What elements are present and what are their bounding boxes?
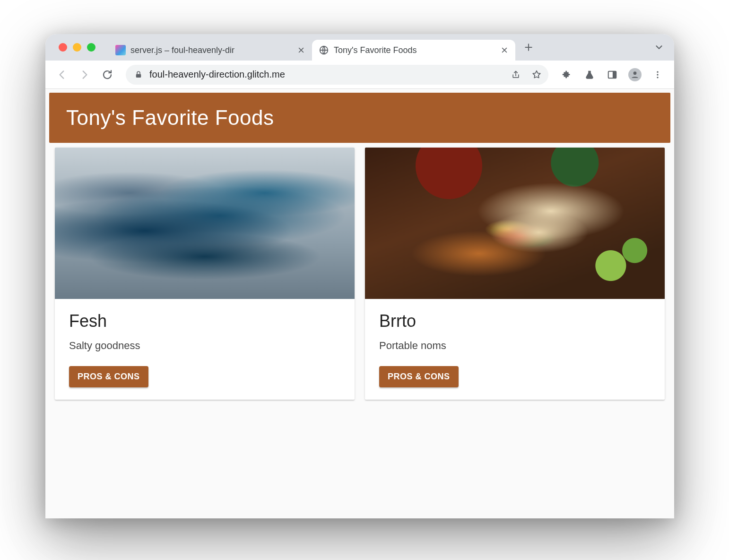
page-header: Tony's Favorite Foods <box>49 93 670 143</box>
window-close-button[interactable] <box>59 43 67 52</box>
labs-button[interactable] <box>581 66 599 84</box>
window-zoom-button[interactable] <box>87 43 95 52</box>
menu-button[interactable] <box>649 66 667 84</box>
tab-inactive[interactable]: server.js – foul-heavenly-dir <box>109 40 312 61</box>
tab-label: server.js – foul-heavenly-dir <box>130 45 292 55</box>
forward-button[interactable] <box>76 66 94 84</box>
card-image-fish <box>55 148 355 299</box>
close-tab-button[interactable] <box>500 46 509 54</box>
svg-rect-3 <box>613 71 616 78</box>
tab-strip: server.js – foul-heavenly-dir Tony's Fav… <box>45 34 674 61</box>
share-icon[interactable] <box>509 70 523 79</box>
avatar-icon <box>628 68 642 81</box>
svg-point-5 <box>657 71 658 72</box>
address-bar[interactable]: foul-heavenly-direction.glitch.me <box>126 65 548 85</box>
browser-window: server.js – foul-heavenly-dir Tony's Fav… <box>45 34 674 518</box>
tab-label: Tony's Favorite Foods <box>334 45 495 55</box>
bookmark-star-icon[interactable] <box>529 70 544 80</box>
page-title: Tony's Favorite Foods <box>66 106 653 130</box>
side-panel-button[interactable] <box>603 66 621 84</box>
extensions-button[interactable] <box>558 66 576 84</box>
card-title: Fesh <box>69 311 340 331</box>
card-desc: Portable noms <box>379 340 651 352</box>
profile-button[interactable] <box>626 66 644 84</box>
url-text: foul-heavenly-direction.glitch.me <box>149 69 502 80</box>
card-desc: Salty goodness <box>69 340 340 352</box>
svg-point-7 <box>657 77 658 78</box>
window-minimize-button[interactable] <box>73 43 81 52</box>
close-tab-button[interactable] <box>297 46 305 54</box>
card-title: Brrto <box>379 311 651 331</box>
cards-row: Fesh Salty goodness PROS & CONS Brrto Po… <box>45 148 674 400</box>
svg-point-4 <box>634 71 637 75</box>
reload-button[interactable] <box>98 66 116 84</box>
tab-active[interactable]: Tony's Favorite Foods <box>312 40 515 61</box>
lock-icon <box>134 70 143 79</box>
globe-favicon-icon <box>319 45 329 55</box>
food-card-fesh: Fesh Salty goodness PROS & CONS <box>55 148 355 400</box>
tabs-menu-button[interactable] <box>651 39 668 56</box>
pros-cons-button[interactable]: PROS & CONS <box>379 366 459 387</box>
back-button[interactable] <box>53 66 71 84</box>
svg-point-6 <box>657 74 658 75</box>
window-controls <box>59 43 95 52</box>
card-image-burrito <box>365 148 665 299</box>
new-tab-button[interactable] <box>520 39 537 56</box>
tabs: server.js – foul-heavenly-dir Tony's Fav… <box>109 34 668 61</box>
page-viewport: Tony's Favorite Foods Fesh Salty goodnes… <box>45 89 674 518</box>
glitch-favicon-icon <box>115 45 126 55</box>
pros-cons-button[interactable]: PROS & CONS <box>69 366 148 387</box>
toolbar: foul-heavenly-direction.glitch.me <box>45 61 674 89</box>
food-card-brrto: Brrto Portable noms PROS & CONS <box>365 148 665 400</box>
svg-rect-1 <box>136 74 141 78</box>
